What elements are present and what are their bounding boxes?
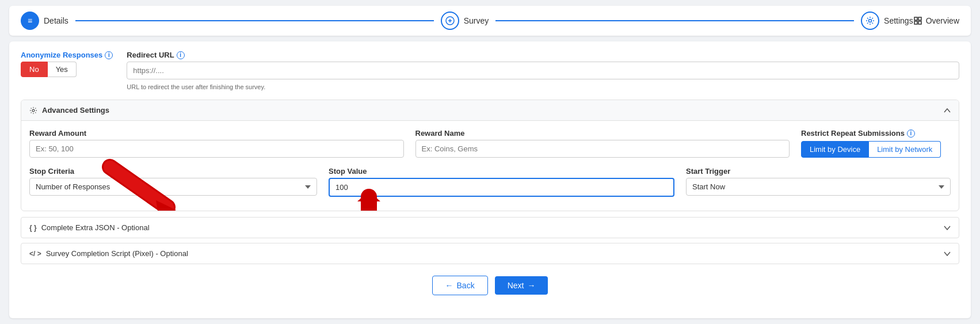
start-trigger-field: Start Trigger Start Now Scheduled — [686, 167, 951, 196]
extra-json-label: Complete Extra JSON - Optional — [41, 223, 150, 232]
settings-gear-icon — [29, 106, 37, 115]
svg-rect-2 — [914, 17, 917, 20]
advanced-collapse-icon — [944, 108, 951, 113]
limit-by-network-button[interactable]: Limit by Network — [869, 141, 941, 158]
redirect-label: Redirect URL i — [127, 51, 959, 59]
advanced-settings-header-left: Advanced Settings — [29, 106, 109, 115]
restrict-info-icon[interactable]: i — [907, 129, 915, 138]
stop-value-field: Stop Value — [329, 167, 674, 197]
stop-criteria-row: Stop Criteria Number of Responses Date N… — [29, 167, 951, 197]
step-settings-icon — [861, 12, 879, 30]
nav-divider-1 — [75, 20, 434, 21]
reward-amount-input[interactable] — [29, 140, 404, 158]
overview-label: Overview — [926, 16, 959, 25]
svg-rect-5 — [918, 21, 921, 24]
redirect-url-input[interactable] — [127, 62, 959, 79]
next-arrow-icon: → — [527, 281, 535, 290]
completion-script-chevron-icon — [944, 251, 951, 256]
restrict-label: Restrict Repeat Submissions i — [801, 129, 951, 138]
reward-amount-field: Reward Amount — [29, 129, 404, 158]
start-trigger-label: Start Trigger — [686, 167, 951, 176]
advanced-settings-header[interactable]: Advanced Settings — [21, 100, 959, 121]
completion-script-section: </ > Survey Completion Script (Pixel) - … — [21, 243, 959, 264]
extra-json-header[interactable]: { } Complete Extra JSON - Optional — [21, 218, 959, 238]
redirect-group: Redirect URL i URL to redirect the user … — [127, 51, 959, 90]
nav-divider-2 — [495, 20, 854, 21]
stop-criteria-field: Stop Criteria Number of Responses Date N… — [29, 167, 317, 196]
anonymize-toggle: No Yes — [21, 62, 113, 77]
overview-link[interactable]: Overview — [913, 16, 959, 25]
step-details-icon: ≡ — [21, 12, 39, 30]
advanced-settings-section: Advanced Settings Reward Amount Reward N… — [21, 100, 959, 211]
completion-script-header-left: </ > Survey Completion Script (Pixel) - … — [29, 249, 188, 258]
step-settings[interactable]: Settings — [861, 12, 913, 30]
step-survey[interactable]: Survey — [441, 12, 489, 30]
step-survey-icon — [441, 12, 459, 30]
top-fields-row: Anonymize Responses i No Yes Redirect UR… — [21, 51, 959, 90]
svg-point-1 — [869, 20, 872, 22]
anonymize-no-button[interactable]: No — [21, 62, 48, 77]
stop-criteria-select[interactable]: Number of Responses Date None — [29, 178, 317, 196]
redirect-hint: URL to redirect the user after finishing… — [127, 83, 959, 90]
advanced-body: Reward Amount Reward Name Restrict Repea… — [21, 121, 959, 211]
reward-name-label: Reward Name — [415, 129, 790, 138]
redirect-info-icon[interactable]: i — [177, 51, 185, 59]
step-details-label: Details — [44, 16, 68, 25]
stop-criteria-label: Stop Criteria — [29, 167, 317, 176]
restrict-group: Restrict Repeat Submissions i Limit by D… — [801, 129, 951, 158]
extra-json-header-left: { } Complete Extra JSON - Optional — [29, 223, 150, 232]
reward-name-field: Reward Name — [415, 129, 790, 158]
top-navigation: ≡ Details Survey Settings Overview — [9, 6, 971, 36]
main-card: Anonymize Responses i No Yes Redirect UR… — [9, 41, 971, 318]
back-button[interactable]: ← Back — [432, 276, 488, 295]
completion-script-icon: </ > — [29, 250, 41, 258]
restrict-buttons: Limit by Device Limit by Network — [801, 141, 951, 158]
reward-amount-label: Reward Amount — [29, 129, 404, 138]
extra-json-icon: { } — [29, 224, 37, 232]
step-survey-label: Survey — [464, 16, 489, 25]
start-trigger-select[interactable]: Start Now Scheduled — [686, 178, 951, 196]
stop-criteria-container: Stop Criteria Number of Responses Date N… — [29, 167, 951, 197]
anonymize-info-icon[interactable]: i — [105, 51, 113, 59]
completion-script-label: Survey Completion Script (Pixel) - Optio… — [46, 249, 188, 258]
extra-json-section: { } Complete Extra JSON - Optional — [21, 217, 959, 238]
back-arrow-icon: ← — [445, 281, 453, 290]
reward-name-input[interactable] — [415, 140, 790, 158]
svg-rect-3 — [918, 17, 921, 20]
step-settings-label: Settings — [884, 16, 913, 25]
advanced-settings-title: Advanced Settings — [42, 106, 109, 115]
reward-row: Reward Amount Reward Name Restrict Repea… — [29, 129, 951, 158]
limit-by-device-button[interactable]: Limit by Device — [801, 141, 869, 158]
svg-rect-4 — [914, 21, 917, 24]
svg-point-6 — [32, 109, 35, 112]
bottom-bar: ← Back Next → — [21, 269, 959, 298]
step-details[interactable]: ≡ Details — [21, 12, 68, 30]
next-button[interactable]: Next → — [495, 276, 548, 295]
stop-value-input[interactable] — [329, 178, 674, 197]
stop-value-label: Stop Value — [329, 167, 674, 176]
svg-marker-9 — [156, 200, 176, 211]
anonymize-yes-button[interactable]: Yes — [48, 62, 77, 77]
extra-json-chevron-icon — [944, 226, 951, 230]
anonymize-group: Anonymize Responses i No Yes — [21, 51, 113, 77]
anonymize-label: Anonymize Responses i — [21, 51, 113, 59]
completion-script-header[interactable]: </ > Survey Completion Script (Pixel) - … — [21, 243, 959, 264]
